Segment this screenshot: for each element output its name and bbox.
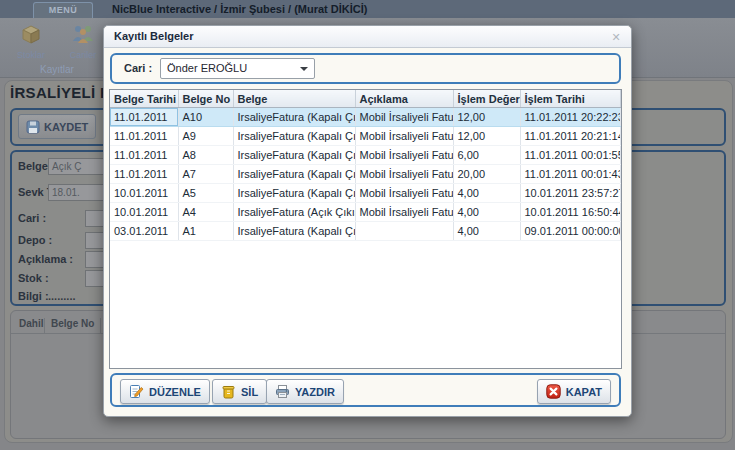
table-cell: 11.01.2011 (110, 127, 178, 146)
menu-tab[interactable]: MENÜ (33, 2, 93, 18)
form-row: Stok : (18, 272, 49, 288)
table-cell: 20,00 (453, 165, 520, 184)
close-button-label: KAPAT (566, 386, 602, 398)
kayitli-belgeler-dialog: Kayıtlı Belgeler ✕ Cari : Önder EROĞLU B… (103, 25, 632, 417)
form-row: Cari : (18, 212, 46, 228)
close-button[interactable]: KAPAT (537, 379, 611, 404)
table-cell: 09.01.2011 00:00:00 (520, 222, 621, 241)
table-cell: IrsaliyeFatura (Açık Çıkış) (233, 203, 355, 222)
edit-button-label: DÜZENLE (149, 386, 201, 398)
table-row[interactable]: 11.01.2011A8IrsaliyeFatura (Kapalı Çıkış… (110, 146, 621, 165)
table-cell: 11.01.2011 (110, 146, 178, 165)
ribbon-item-stoklar[interactable]: Stoklar (8, 23, 54, 60)
table-cell: Mobil İrsaliyeli Fatura (355, 184, 453, 203)
table-cell: 03.01.2011 (110, 222, 178, 241)
table-cell: IrsaliyeFatura (Kapalı Çıkış) (233, 146, 355, 165)
column-header[interactable]: İşlem Tarihi (520, 90, 621, 108)
table-cell: 11.01.2011 20:22:23 (520, 108, 621, 127)
form-row: Sevk Tarihi : 18.01. (18, 186, 83, 202)
ribbon-item-label: Cariler (60, 50, 106, 60)
people-icon (71, 23, 95, 45)
column-header[interactable]: Açıklama (355, 90, 453, 108)
table-header-row: Belge Tarihi Belge No Belge Açıklama İşl… (110, 90, 621, 108)
documents-grid: Belge Tarihi Belge No Belge Açıklama İşl… (109, 89, 622, 369)
table-cell (355, 222, 453, 241)
print-button[interactable]: YAZDIR (266, 379, 344, 404)
table-cell: Mobil İrsaliyeli Fatura (355, 203, 453, 222)
delete-button[interactable]: SİL (212, 379, 267, 404)
table-cell: 12,00 (453, 108, 520, 127)
table-cell: 11.01.2011 (110, 165, 178, 184)
form-label: Açıklama : (18, 253, 73, 265)
table-cell: 12,00 (453, 127, 520, 146)
stock-box-icon (19, 23, 43, 45)
table-row[interactable]: 10.01.2011A4IrsaliyeFatura (Açık Çıkış)M… (110, 203, 621, 222)
table-row[interactable]: 03.01.2011A1IrsaliyeFatura (Kapalı Çıkış… (110, 222, 621, 241)
column-header[interactable]: Belge No (178, 90, 233, 108)
save-button[interactable]: KAYDET (18, 114, 96, 139)
table-cell: IrsaliyeFatura (Kapalı Çıkış) (233, 108, 355, 127)
form-row: Depo : (18, 234, 52, 250)
dialog-buttons-panel: DÜZENLE SİL (110, 373, 621, 407)
dialog-close-icon[interactable]: ✕ (609, 30, 623, 44)
printer-icon (275, 384, 290, 399)
table-cell: 11.01.2011 20:21:14 (520, 127, 621, 146)
bg-column-header: Belge No (51, 318, 94, 329)
cari-label: Cari : (124, 55, 152, 82)
column-header[interactable]: Belge (233, 90, 355, 108)
column-header[interactable]: Belge Tarihi (110, 90, 178, 108)
application-window: MENÜ NicBlue Interactive / İzmir Şubesi … (0, 0, 735, 450)
table-cell: 4,00 (453, 184, 520, 203)
table-cell: A1 (178, 222, 233, 241)
table-cell: IrsaliyeFatura (Kapalı Çıkış) (233, 184, 355, 203)
table-cell: 4,00 (453, 222, 520, 241)
ribbon-group-kayitlar: Stoklar Cariler Kayıtlar (2, 20, 112, 76)
cari-filter-panel: Cari : Önder EROĞLU (110, 53, 621, 84)
table-row[interactable]: 11.01.2011A10IrsaliyeFatura (Kapalı Çıkı… (110, 108, 621, 127)
cari-dropdown-value: Önder EROĞLU (167, 59, 247, 78)
table-cell: 10.01.2011 16:50:44 (520, 203, 621, 222)
dialog-titlebar[interactable]: Kayıtlı Belgeler ✕ (104, 26, 631, 48)
top-bar: MENÜ NicBlue Interactive / İzmir Şubesi … (0, 0, 735, 18)
table-cell: 11.01.2011 00:01:55 (520, 146, 621, 165)
table-cell: 4,00 (453, 203, 520, 222)
form-row: Bilgi : ......... (18, 290, 49, 306)
dialog-title: Kayıtlı Belgeler (114, 26, 193, 47)
documents-table-body: 11.01.2011A10IrsaliyeFatura (Kapalı Çıkı… (110, 108, 621, 241)
table-cell: A8 (178, 146, 233, 165)
trash-icon (221, 384, 236, 399)
table-cell: IrsaliyeFatura (Kapalı Çıkış) (233, 222, 355, 241)
form-label: Bilgi : (18, 290, 49, 302)
table-cell: A9 (178, 127, 233, 146)
close-x-icon (546, 384, 561, 399)
table-cell: Mobil İrsaliyeli Fatura (355, 108, 453, 127)
form-label: Depo : (18, 234, 52, 246)
table-cell: IrsaliyeFatura (Kapalı Çıkış) (233, 127, 355, 146)
table-cell: Mobil İrsaliyeli Fatura (355, 146, 453, 165)
table-row[interactable]: 11.01.2011A7IrsaliyeFatura (Kapalı Çıkış… (110, 165, 621, 184)
delete-button-label: SİL (241, 386, 258, 398)
chevron-down-icon (300, 67, 308, 71)
app-title: NicBlue Interactive / İzmir Şubesi / (Mu… (112, 0, 368, 18)
save-disk-icon (26, 120, 40, 134)
cari-dropdown[interactable]: Önder EROĞLU (160, 58, 315, 79)
ribbon-item-cariler[interactable]: Cariler (60, 23, 106, 60)
table-cell: A5 (178, 184, 233, 203)
table-cell: 11.01.2011 (110, 108, 178, 127)
table-row[interactable]: 10.01.2011A5IrsaliyeFatura (Kapalı Çıkış… (110, 184, 621, 203)
documents-table: Belge Tarihi Belge No Belge Açıklama İşl… (110, 90, 621, 241)
form-row: Belge : Açık Ç (18, 160, 55, 176)
column-header[interactable]: İşlem Değeri (453, 90, 520, 108)
form-label: Stok : (18, 272, 49, 284)
table-cell: A10 (178, 108, 233, 127)
table-cell: 10.01.2011 (110, 203, 178, 222)
edit-button[interactable]: DÜZENLE (120, 379, 210, 404)
form-row: Açıklama : (18, 253, 73, 269)
table-cell: A4 (178, 203, 233, 222)
table-row[interactable]: 11.01.2011A9IrsaliyeFatura (Kapalı Çıkış… (110, 127, 621, 146)
print-button-label: YAZDIR (295, 386, 335, 398)
table-cell: 10.01.2011 (110, 184, 178, 203)
table-cell: IrsaliyeFatura (Kapalı Çıkış) (233, 165, 355, 184)
table-cell: 11.01.2011 00:01:43 (520, 165, 621, 184)
table-cell: 6,00 (453, 146, 520, 165)
